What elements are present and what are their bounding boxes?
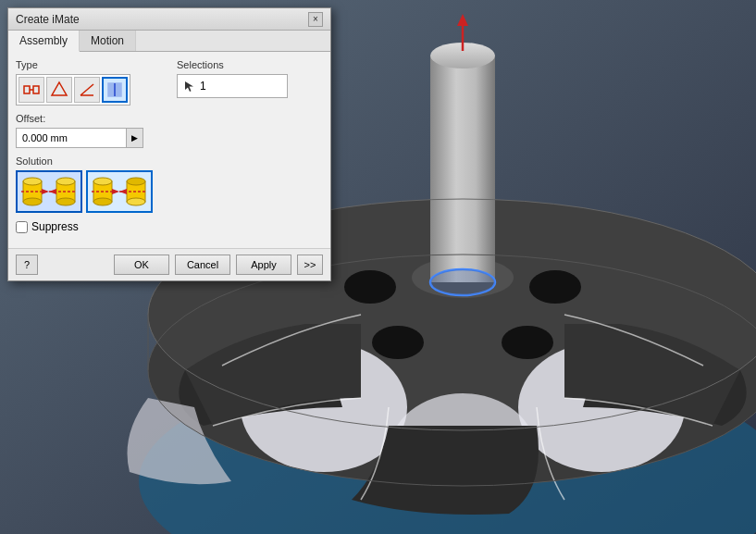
- svg-point-10: [502, 326, 553, 359]
- solution-section: Solution: [16, 155, 323, 213]
- svg-point-36: [56, 198, 75, 205]
- cancel-button[interactable]: Cancel: [175, 255, 230, 275]
- cursor-icon: [183, 80, 196, 93]
- svg-line-27: [81, 84, 93, 95]
- footer-left: ?: [16, 255, 38, 275]
- selections-section: Selections 1: [177, 59, 323, 106]
- tab-assembly[interactable]: Assembly: [8, 31, 80, 52]
- svg-point-8: [529, 270, 581, 304]
- suppress-row: Suppress: [16, 220, 323, 233]
- ok-button[interactable]: OK: [114, 255, 169, 275]
- svg-marker-39: [49, 189, 56, 194]
- svg-marker-38: [42, 189, 49, 194]
- offset-arrow-button[interactable]: ▶: [127, 128, 143, 148]
- svg-point-33: [23, 198, 42, 205]
- svg-marker-26: [52, 82, 67, 95]
- tab-bar: Assembly Motion: [8, 31, 330, 52]
- selections-value: 1: [200, 80, 206, 93]
- svg-point-45: [127, 198, 145, 205]
- dialog-footer: ? OK Cancel Apply >>: [8, 248, 330, 280]
- suppress-checkbox[interactable]: [16, 221, 28, 233]
- apply-button[interactable]: Apply: [236, 255, 291, 275]
- create-imate-dialog: Create iMate × Assembly Motion Type: [7, 7, 331, 281]
- insert-icon: [105, 81, 124, 99]
- solution-btn-1[interactable]: [16, 170, 82, 213]
- type-btn-flush[interactable]: [46, 77, 72, 103]
- svg-point-9: [372, 326, 424, 359]
- close-button[interactable]: ×: [308, 12, 323, 27]
- mate-icon: [22, 81, 41, 99]
- svg-point-44: [127, 178, 145, 185]
- offset-section: Offset: ▶: [16, 113, 323, 148]
- dialog-titlebar: Create iMate ×: [8, 8, 330, 31]
- more-button[interactable]: >>: [297, 255, 323, 275]
- svg-point-42: [93, 198, 112, 205]
- solution-btn-2[interactable]: [86, 170, 153, 213]
- offset-label: Offset:: [16, 113, 323, 124]
- svg-point-16: [430, 269, 495, 295]
- offset-input[interactable]: [16, 128, 127, 148]
- type-btn-mate[interactable]: [19, 77, 44, 103]
- solution-button-group: [16, 170, 323, 213]
- solution-label: Solution: [16, 155, 323, 167]
- selections-input[interactable]: 1: [177, 74, 288, 98]
- svg-rect-24: [33, 86, 39, 93]
- angle-icon: [78, 81, 96, 99]
- solution-2-icon: [92, 174, 147, 209]
- solution-1-icon: [21, 174, 77, 209]
- svg-point-41: [93, 178, 112, 185]
- svg-rect-13: [430, 56, 495, 282]
- svg-marker-47: [112, 189, 119, 194]
- svg-point-32: [23, 178, 42, 185]
- svg-point-7: [344, 270, 396, 304]
- tab-motion[interactable]: Motion: [80, 31, 136, 51]
- type-label: Type: [16, 59, 162, 70]
- svg-rect-23: [24, 86, 30, 93]
- svg-marker-48: [119, 189, 127, 194]
- suppress-label: Suppress: [31, 220, 79, 233]
- dialog-content: Type: [8, 52, 330, 248]
- help-button[interactable]: ?: [16, 255, 38, 275]
- flush-icon: [50, 81, 68, 99]
- type-section: Type: [16, 59, 162, 106]
- type-button-group: [16, 74, 130, 106]
- dialog-title: Create iMate: [16, 13, 80, 26]
- selections-label: Selections: [177, 59, 323, 70]
- type-btn-angle[interactable]: [74, 77, 100, 103]
- type-btn-insert[interactable]: [102, 77, 128, 103]
- offset-row: ▶: [16, 128, 323, 148]
- svg-point-35: [56, 178, 75, 185]
